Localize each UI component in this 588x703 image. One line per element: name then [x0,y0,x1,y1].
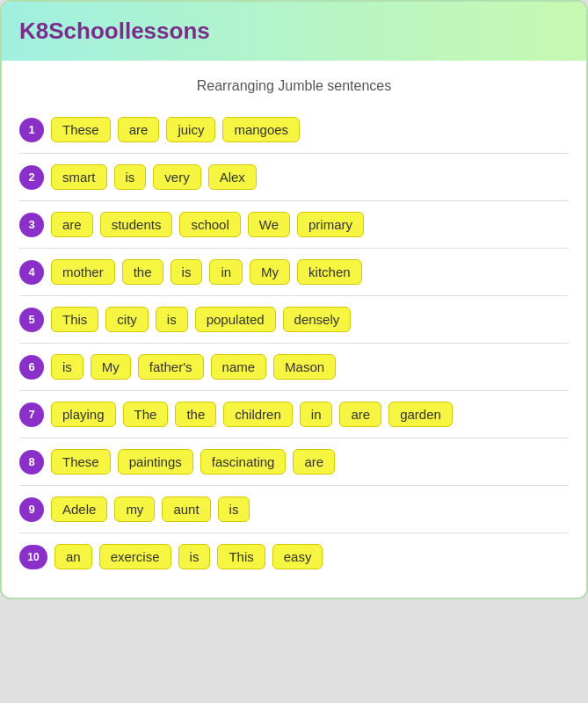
word-chip[interactable]: name [211,354,267,380]
sentence-row: 4mothertheisinMykitchen [19,249,569,296]
word-chip[interactable]: the [122,259,163,285]
word-chip[interactable]: are [118,117,160,142]
word-chip[interactable]: Adele [51,496,107,522]
number-badge: 7 [19,402,44,427]
word-chip[interactable]: smart [51,164,107,190]
word-chip[interactable]: school [179,212,240,237]
number-badge: 4 [19,260,44,285]
sentences-container: 1Thesearejuicymangoes2smartisveryAlex3ar… [19,106,569,580]
word-chip[interactable]: primary [297,212,364,237]
word-chip[interactable]: mangoes [222,117,300,142]
word-chip[interactable]: in [300,402,333,427]
word-chip[interactable]: mother [51,259,115,285]
word-chip[interactable]: The [123,402,169,427]
number-badge: 8 [19,450,44,475]
word-chip[interactable]: Alex [208,164,257,190]
word-chip[interactable]: children [223,402,293,427]
word-chip[interactable]: is [114,164,147,190]
word-chip[interactable]: playing [51,402,116,427]
sentence-row: 7playingThethechildreninaregarden [19,391,569,438]
word-chip[interactable]: an [54,544,92,569]
word-chip[interactable]: juicy [166,117,215,142]
sentence-row: 1Thesearejuicymangoes [19,106,569,154]
sentence-row: 9Adelemyauntis [19,486,569,533]
word-chip[interactable]: We [248,212,290,237]
header: K8Schoollessons [2,2,586,61]
word-chip[interactable]: the [175,402,216,427]
word-chip[interactable]: My [91,354,131,380]
word-chip[interactable]: very [153,164,200,190]
word-chip[interactable]: father's [138,354,204,380]
number-badge: 5 [19,308,44,332]
word-chip[interactable]: is [51,354,83,380]
content-area: Rearranging Jumble sentences 1Theseareju… [2,61,586,598]
word-chip[interactable]: in [209,259,243,285]
word-chip[interactable]: garden [388,402,453,427]
number-badge: 1 [19,118,44,142]
word-chip[interactable]: are [339,402,381,427]
word-chip[interactable]: Mason [273,354,336,380]
main-card: K8Schoollessons Rearranging Jumble sente… [0,0,588,599]
page-title: Rearranging Jumble sentences [19,78,569,94]
sentence-row: 2smartisveryAlex [19,154,569,201]
number-badge: 2 [19,165,44,190]
word-chip[interactable]: kitchen [297,259,362,285]
word-chip[interactable]: These [51,117,111,142]
word-chip[interactable]: My [250,259,290,285]
word-chip[interactable]: This [51,307,98,332]
word-chip[interactable]: fascinating [200,449,287,475]
sentence-row: 10anexerciseisThiseasy [19,533,569,580]
word-chip[interactable]: is [218,496,250,522]
word-chip[interactable]: populated [195,307,276,332]
sentence-row: 3arestudentsschoolWeprimary [19,201,569,249]
word-chip[interactable]: is [171,259,203,285]
sentence-row: 5Thiscityispopulateddensely [19,296,569,344]
number-badge: 3 [19,213,44,237]
number-badge: 9 [19,497,44,522]
sentence-row: 6isMyfather'snameMason [19,344,569,391]
word-chip[interactable]: densely [283,307,352,332]
number-badge: 6 [19,355,44,380]
word-chip[interactable]: This [217,544,265,569]
word-chip[interactable]: my [114,496,155,522]
word-chip[interactable]: are [51,212,93,237]
word-chip[interactable]: are [293,449,335,475]
number-badge: 10 [19,545,47,569]
word-chip[interactable]: paintings [118,449,193,475]
word-chip[interactable]: These [51,449,111,475]
word-chip[interactable]: aunt [162,496,210,522]
sentence-row: 8Thesepaintingsfascinatingare [19,438,569,486]
word-chip[interactable]: easy [272,544,323,569]
word-chip[interactable]: city [105,307,149,332]
word-chip[interactable]: is [178,544,211,569]
word-chip[interactable]: exercise [99,544,171,569]
app-title: K8Schoollessons [19,18,210,44]
word-chip[interactable]: is [156,307,188,332]
word-chip[interactable]: students [100,212,173,237]
